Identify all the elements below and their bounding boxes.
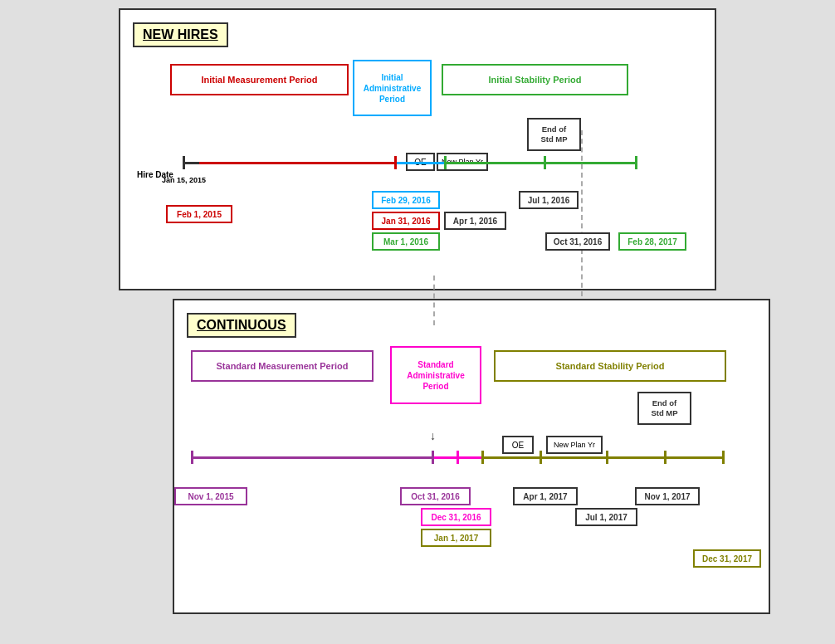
tick-jan31 xyxy=(394,156,397,169)
standard-measurement-period-box: Standard Measurement Period xyxy=(191,350,374,382)
tick-jul1 xyxy=(544,156,546,169)
nov1-2017-box: Nov 1, 2017 xyxy=(635,487,700,505)
tick-jan1-bottom xyxy=(481,451,484,464)
continuous-title: CONTINUOUS xyxy=(187,313,296,338)
new-plan-yr-box-bottom: New Plan Yr xyxy=(546,436,603,454)
tick-nov1-bottom xyxy=(664,451,667,464)
initial-admin-period-box: Initial Administrative Period xyxy=(353,60,432,116)
timeline-cyan xyxy=(394,162,444,164)
standard-admin-period-box: StandardAdministrativePeriod xyxy=(390,346,481,404)
dashed-vertical-top xyxy=(581,130,583,296)
down-arrow: ↓ xyxy=(430,429,436,442)
initial-stability-period-box: Initial Stability Period xyxy=(442,64,628,95)
tick-apr1 xyxy=(444,156,447,169)
jan31-2016-box: Jan 31, 2016 xyxy=(372,212,440,230)
apr1-2016-box: Apr 1, 2016 xyxy=(444,212,506,230)
new-hires-title: NEW HIRES xyxy=(133,22,228,47)
standard-stability-period-box: Standard Stability Period xyxy=(494,350,726,382)
oct31-2016-box: Oct 31, 2016 xyxy=(545,232,610,251)
apr1-2017-box: Apr 1, 2017 xyxy=(513,487,578,505)
feb28-2017-box: Feb 28, 2017 xyxy=(618,232,686,251)
jul1-2016-box: Jul 1, 2016 xyxy=(519,191,579,209)
timeline-red xyxy=(183,162,394,164)
tick-jul1-bottom xyxy=(606,451,608,464)
jan1-2017-box: Jan 1, 2017 xyxy=(421,529,491,547)
feb1-2015-box: Feb 1, 2015 xyxy=(166,205,232,223)
dashed-connector xyxy=(433,276,435,325)
feb29-2016-box: Feb 29, 2016 xyxy=(372,191,440,209)
end-std-mp-box-bottom: End ofStd MP xyxy=(637,392,691,425)
timeline-gold xyxy=(481,456,722,459)
dec31-2017-box: Dec 31, 2017 xyxy=(693,549,761,568)
mar1-2016-box: Mar 1, 2016 xyxy=(372,232,440,251)
dec31-2016-box: Dec 31, 2016 xyxy=(421,508,491,526)
end-std-mp-box: End ofStd MP xyxy=(527,118,581,151)
timeline-purple xyxy=(191,456,432,459)
jul1-2017-box: Jul 1, 2017 xyxy=(575,508,637,526)
tick-oct31-bottom xyxy=(432,451,434,464)
nov1-2015-box: Nov 1, 2015 xyxy=(174,487,247,505)
continuous-diagram: CONTINUOUS Standard Measurement Period S… xyxy=(173,299,770,614)
timeline-green xyxy=(444,162,635,164)
oct31-2016-bottom-box: Oct 31, 2016 xyxy=(400,487,471,505)
tick-dec31-bottom xyxy=(457,451,459,464)
tick-apr1-bottom xyxy=(540,451,542,464)
tick-end xyxy=(635,156,637,169)
tick-start-bottom xyxy=(191,451,193,464)
jan15-label: Jan 15, 2015 xyxy=(162,176,206,184)
hire-stub xyxy=(183,162,199,164)
tick-end-bottom xyxy=(722,451,725,464)
initial-measurement-period-box: Initial Measurement Period xyxy=(170,64,349,95)
new-hires-diagram: NEW HIRES Initial Measurement Period Ini… xyxy=(119,8,716,290)
oe-box-bottom: OE xyxy=(502,436,534,454)
